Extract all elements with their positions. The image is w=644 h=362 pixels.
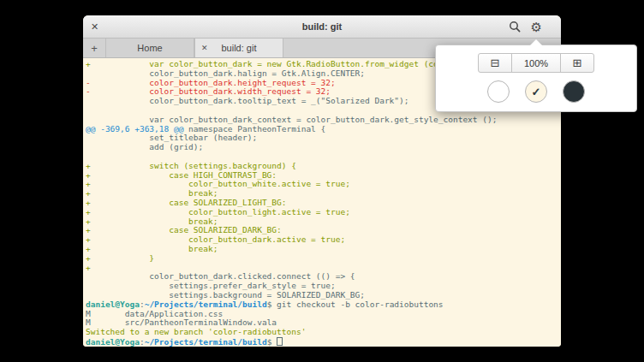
headerbar[interactable]: ✕ build: git ⚙ <box>83 15 561 39</box>
zoom-in-button[interactable]: ⊞ <box>560 53 594 73</box>
terminal-text-segment: Switched to a new branch 'color-radiobut… <box>86 327 306 336</box>
terminal-text-segment: + case SOLARIZED_DARK_BG: <box>86 225 282 234</box>
tab-label: Home <box>137 43 162 53</box>
zoom-control: ⊟ 100% ⊞ <box>478 53 594 73</box>
terminal-text-segment: + break; <box>86 188 218 198</box>
terminal-text-segment: color_button_dark.clicked.connect (() =>… <box>86 271 355 281</box>
terminal-text-segment: @@ -369,6 +363,18 @@ <box>86 124 183 134</box>
theme-option-solarized-dark[interactable] <box>563 80 585 103</box>
terminal-text-segment: daniel@Yoga <box>86 300 140 309</box>
terminal-text-segment: color_button_dark.halign = Gtk.Align.CEN… <box>86 68 365 78</box>
terminal-text-segment: - color_button_dark.height_request = 32; <box>86 78 336 87</box>
terminal-text-segment: $ <box>267 337 277 347</box>
check-icon: ✓ <box>532 86 541 98</box>
terminal-text-segment: $ git checkout -b color-radiobuttons <box>267 300 444 309</box>
tab-home[interactable]: Home <box>105 39 194 57</box>
terminal-text-segment: + color_button_light.active = true; <box>86 207 350 217</box>
terminal-line: + break; <box>86 245 558 254</box>
terminal-text-segment: + <box>86 263 91 272</box>
terminal-text-segment: + break; <box>86 244 218 253</box>
window-close-button[interactable]: ✕ <box>91 15 98 38</box>
terminal-text-segment: add (grid); <box>86 142 203 151</box>
terminal-text-segment: settings.background = SOLARIZED_DARK_BG; <box>86 290 365 300</box>
gear-icon[interactable]: ⚙ <box>531 21 542 33</box>
theme-option-high-contrast[interactable] <box>487 80 510 103</box>
settings-popover: ⊟ 100% ⊞ ✓ <box>435 45 637 112</box>
window-title: build: git <box>302 21 342 32</box>
tab-build-git[interactable]: ✕ build: git <box>194 39 283 57</box>
terminal-text-segment: daniel@Yoga <box>86 337 140 347</box>
terminal-line: add (grid); <box>86 143 558 152</box>
headerbar-icons: ⚙ <box>509 15 542 38</box>
terminal-text-segment: + color_button_white.active = true; <box>86 179 350 188</box>
terminal-text-segment: - color_button_dark.width_request = 32; <box>86 86 331 96</box>
terminal-text-segment: + color_button_dark.active = true; <box>86 234 345 244</box>
zoom-out-button[interactable]: ⊟ <box>478 53 512 73</box>
zoom-level: 100% <box>511 53 561 73</box>
terminal-text-segment: + case HIGH_CONTRAST_BG: <box>86 170 277 180</box>
theme-options: ✓ <box>436 80 636 103</box>
terminal-text-segment: + switch (settings.background) { <box>86 161 296 170</box>
terminal-text-segment: M src/PantheonTerminalWindow.vala <box>86 317 277 327</box>
terminal-text-segment: color_button_dark.tooltip_text = _("Sola… <box>86 96 409 105</box>
terminal-text-segment: + break; <box>86 217 218 226</box>
terminal-text-segment: M data/Application.css <box>86 309 223 318</box>
terminal-line: Switched to a new branch 'color-radiobut… <box>86 328 558 337</box>
tab-label: build: git <box>222 43 257 53</box>
terminal-cursor <box>277 337 283 346</box>
terminal-line: daniel@Yoga:~/Projects/terminal/build$ <box>86 337 558 347</box>
search-icon[interactable] <box>509 21 521 33</box>
terminal-text-segment: + } <box>86 253 154 263</box>
terminal-text-segment: set_titlebar (header); <box>86 133 257 142</box>
tab-close-icon[interactable]: ✕ <box>201 44 208 52</box>
terminal-text-segment: var color_button_dark_context = color_bu… <box>86 115 497 124</box>
terminal-text-segment: + case SOLARIZED_LIGHT_BG: <box>86 198 287 207</box>
theme-option-solarized-light[interactable]: ✓ <box>525 80 547 103</box>
terminal-text-segment: namespace PantheonTerminal { <box>183 124 325 134</box>
new-tab-button[interactable]: + <box>83 39 105 57</box>
terminal-text-segment: ~/Projects/terminal/build <box>145 337 267 347</box>
terminal-text-segment: ~/Projects/terminal/build <box>145 300 267 309</box>
terminal-text-segment: settings.prefer_dark_style = true; <box>86 281 336 290</box>
popover-arrow <box>530 39 542 45</box>
terminal-line: + } <box>86 254 558 264</box>
